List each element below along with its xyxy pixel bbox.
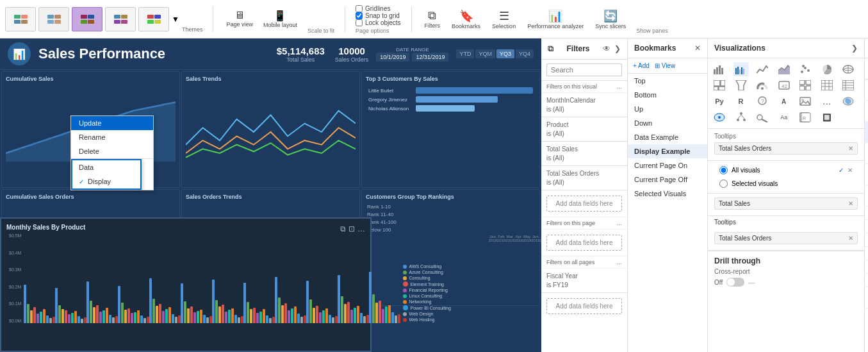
viz-icon-matrix[interactable]	[840, 78, 856, 92]
field-group-ranking-header[interactable]: ▷ Ranking Measures	[865, 164, 868, 185]
field-group-moving-header[interactable]: ▷ Moving Averages	[865, 143, 868, 163]
context-menu-delete[interactable]: Delete	[71, 144, 153, 158]
bookmark-current-page-off[interactable]: Current Page Off	[628, 172, 707, 187]
bookmark-display-example[interactable]: Display Example	[628, 144, 707, 158]
bookmark-add-btn[interactable]: + Add	[633, 62, 650, 69]
sub-menu-display[interactable]: Display	[72, 174, 140, 189]
field-group-date-header[interactable]: ▷ Date	[865, 220, 868, 233]
viz-icon-fill-map[interactable]	[840, 94, 856, 108]
bookmark-data-example[interactable]: Data Example	[628, 130, 707, 144]
bookmark-top[interactable]: Top	[628, 74, 707, 88]
field-group-products-header[interactable]: ▷ Products	[865, 260, 868, 273]
field-group-scenario-header[interactable]: ▷ Scenario Measures	[865, 185, 868, 206]
viz-icon-scatter[interactable]	[798, 62, 813, 76]
viz-icon-qna[interactable]: ?	[755, 94, 770, 108]
filter-fiscal-year-section[interactable]: Fiscal Year is FY19	[541, 269, 627, 293]
bookmark-selected-visuals[interactable]: Selected Visuals	[628, 187, 707, 201]
filter-search-input[interactable]	[546, 63, 622, 76]
filter-totalsales-section[interactable]: Total Sales is (All)	[541, 142, 627, 166]
viz-tooltips2-x-icon[interactable]: ✕	[848, 235, 853, 242]
mobile-layout-btn[interactable]: 📱 Mobile layout	[261, 8, 300, 29]
bookmarks-close-icon[interactable]: ✕	[694, 44, 701, 53]
viz-icon-r[interactable]: R	[733, 94, 749, 108]
viz-icon-area-chart[interactable]	[776, 62, 792, 76]
viz-icon-key-influencers[interactable]	[755, 110, 770, 124]
selection-btn[interactable]: ☰ Selection	[489, 8, 518, 31]
filter-eye-icon[interactable]: 👁	[603, 44, 610, 53]
filter-month-section[interactable]: MonthInCalendar is (All)	[541, 93, 627, 117]
viz-icon-map[interactable]	[840, 62, 856, 76]
field-group-key-header[interactable]: ▽ Key Measures	[865, 122, 868, 142]
viz-icon-paginated[interactable]: R	[798, 110, 813, 124]
chart-filter-icon[interactable]: ⧉	[340, 224, 346, 233]
viz-tooltips2-field[interactable]: Total Sales Orders ✕	[714, 232, 858, 244]
bookmark-view-btn[interactable]: ⊞ View	[655, 62, 675, 69]
drill-toggle[interactable]	[726, 278, 744, 287]
viz-icon-grouped-bar[interactable]	[733, 62, 749, 76]
theme-box-1[interactable]	[5, 7, 36, 31]
viz-icon-line-chart[interactable]	[755, 62, 770, 76]
viz-tooltips-field[interactable]: Total Sales Orders ✕	[714, 142, 858, 155]
field-group-email-header[interactable]: ▷ Email Key Measur...	[865, 101, 868, 121]
snap-to-grid-checkbox[interactable]: Snap to grid	[356, 12, 401, 19]
date-to[interactable]: 12/31/2019	[412, 53, 448, 62]
chart-more-icon[interactable]: …	[357, 224, 365, 233]
add-data-fields-all[interactable]: Add data fields here	[546, 298, 622, 314]
theme-box-5[interactable]	[138, 7, 169, 31]
viz-icon-python[interactable]: Py	[712, 94, 727, 108]
yq4-btn[interactable]: YQ4	[516, 49, 534, 58]
gridlines-checkbox[interactable]: Gridlines	[356, 5, 401, 12]
field-group-email2-header[interactable]: ▷ Email	[865, 233, 868, 246]
sub-menu-data[interactable]: Data	[72, 160, 140, 174]
sync-slicers-btn[interactable]: 🔄 Sync slicers	[593, 8, 628, 31]
add-data-fields-page[interactable]: Add data fields here	[546, 235, 622, 251]
viz-icon-more[interactable]: …	[819, 94, 835, 108]
viz-icon-table[interactable]	[819, 78, 835, 92]
lock-objects-checkbox[interactable]: Lock objects	[356, 19, 401, 26]
date-from[interactable]: 10/1/2019	[376, 53, 409, 62]
viz-expand-icon[interactable]: ❯	[851, 44, 858, 53]
field-group-sales-header[interactable]: ▷ Sales	[865, 274, 868, 287]
theme-box-2[interactable]	[38, 7, 69, 31]
viz-icon-funnel[interactable]	[733, 78, 749, 92]
context-menu-rename[interactable]: Rename	[71, 130, 153, 144]
bookmark-bottom[interactable]: Bottom	[628, 88, 707, 102]
field-group-sales-scenarios-header[interactable]: ▷ Sales Scenarios	[865, 287, 868, 308]
theme-box-4[interactable]	[105, 7, 136, 31]
chart-focus-icon[interactable]: ⊡	[348, 224, 355, 233]
viz-tooltips-x-icon[interactable]: ✕	[848, 145, 853, 152]
all-visuals-option[interactable]: All visuals ✓ ✕	[713, 163, 859, 177]
bookmark-up[interactable]: Up	[628, 102, 707, 116]
filter-product-section[interactable]: Product is (All)	[541, 117, 627, 142]
filter-expand-icon[interactable]: ❯	[614, 44, 621, 53]
context-menu-update[interactable]: Update	[71, 116, 153, 130]
field-group-cumulative-header[interactable]: ▷ Cumulative Meas...	[865, 80, 868, 100]
viz-total-sales-field[interactable]: Total Sales ✕	[714, 197, 858, 210]
filter-totalorders-section[interactable]: Total Sales Orders is (All)	[541, 166, 627, 190]
selected-visuals-option[interactable]: Selected visuals	[713, 177, 859, 190]
field-group-customers-header[interactable]: ▷ Customers	[865, 206, 868, 219]
viz-icon-treemap[interactable]	[712, 78, 727, 92]
viz-icon-smart-narrative[interactable]: Aa	[776, 110, 792, 124]
all-visuals-x[interactable]: ✕	[848, 167, 853, 174]
viz-icon-gauge[interactable]	[755, 78, 770, 92]
filters-all-dots[interactable]: …	[616, 259, 622, 265]
filters-page-dots[interactable]: …	[616, 220, 622, 226]
viz-totalsales-x-icon[interactable]: ✕	[848, 200, 853, 207]
viz-icon-azure-maps[interactable]	[712, 110, 727, 124]
bookmark-current-page-on[interactable]: Current Page On	[628, 158, 707, 172]
performance-analyzer-btn[interactable]: 📊 Performance analyzer	[525, 8, 586, 31]
viz-icon-multi-card[interactable]	[798, 78, 813, 92]
yq3-btn[interactable]: YQ3	[496, 49, 514, 58]
page-view-btn[interactable]: 🖥 Page view	[224, 8, 256, 29]
viz-icon-card[interactable]: 42	[776, 78, 792, 92]
yqm-btn[interactable]: YQM	[475, 49, 495, 58]
viz-icon-image[interactable]	[798, 94, 813, 108]
viz-icon-text[interactable]: A	[776, 94, 792, 108]
viz-icon-pie-chart[interactable]	[819, 62, 835, 76]
filters-visual-dots[interactable]: …	[616, 83, 622, 90]
theme-box-3[interactable]	[72, 7, 102, 31]
viz-icon-marketplace[interactable]: 🔲	[819, 110, 835, 124]
ytd-btn[interactable]: YTD	[456, 49, 474, 58]
themes-dropdown[interactable]: ▼	[172, 15, 179, 24]
